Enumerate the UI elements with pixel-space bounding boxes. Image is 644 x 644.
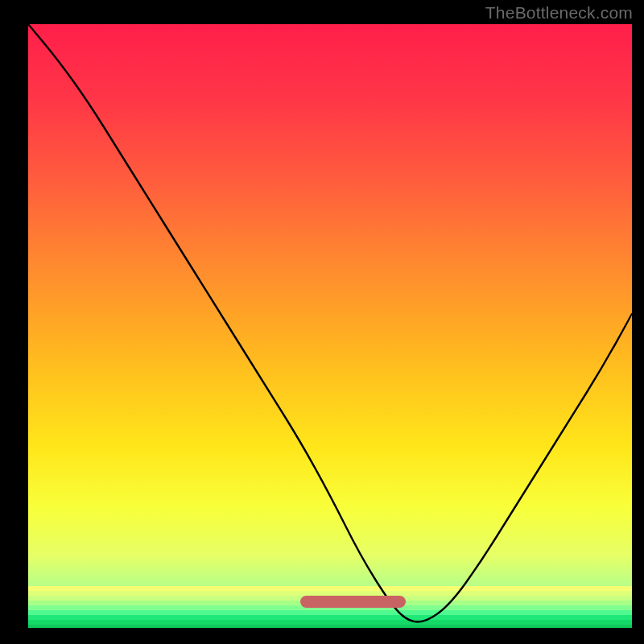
bottleneck-curve <box>28 24 632 628</box>
optimal-range-marker <box>300 596 406 608</box>
watermark-text: TheBottleneck.com <box>485 3 633 23</box>
plot-area <box>28 24 632 628</box>
chart-frame: TheBottleneck.com <box>0 0 644 644</box>
